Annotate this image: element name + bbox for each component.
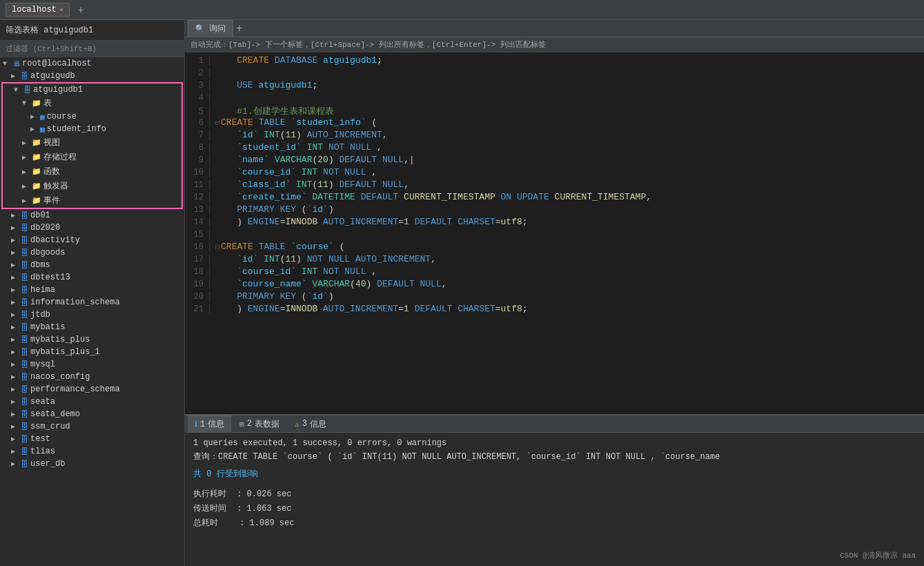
heima-icon: 🗄 bbox=[21, 286, 28, 295]
sidebar-item-information-schema[interactable]: ▶ 🗄 information_schema bbox=[0, 296, 184, 309]
code-editor[interactable]: 1 CREATE DATABASE atguigudb1; 2 3 USE at… bbox=[185, 52, 924, 414]
code-line-17: 17 `id` INT(11) NOT NULL AUTO_INCREMENT, bbox=[185, 254, 924, 266]
sidebar-item-mybatis-plus-1[interactable]: ▶ 🗄 mybatis_plus_1 bbox=[0, 346, 184, 358]
timing-exec-value: : 0.026 sec bbox=[237, 489, 291, 499]
db01-label: db01 bbox=[30, 211, 50, 220]
timing-transfer-value: : 1.063 sec bbox=[237, 504, 291, 514]
bottom-tab-3-badge: 3 bbox=[302, 419, 307, 429]
fold-btn-6[interactable]: ⊟ bbox=[215, 119, 219, 127]
information-schema-label: information_schema bbox=[30, 297, 120, 307]
main-tab[interactable]: localhost ✕ bbox=[6, 3, 70, 17]
sidebar-root[interactable]: ▼ 🖥 root@localhost bbox=[0, 57, 184, 70]
sidebar-filter-placeholder: 过滤器 (Ctrl+Shift+B) bbox=[0, 41, 184, 57]
tab-label: localhost bbox=[12, 5, 57, 14]
sidebar-item-atguigudb[interactable]: ▶ 🗄 atguigudb bbox=[0, 70, 184, 82]
query-tab-main[interactable]: 🔍 询问 bbox=[188, 20, 233, 37]
sidebar-item-dbtest13[interactable]: ▶ 🗄 dbtest13 bbox=[0, 271, 184, 284]
sidebar-item-procedures[interactable]: ▶ 📁 存储过程 bbox=[3, 150, 181, 164]
new-query-tab-button[interactable]: + bbox=[233, 21, 245, 36]
query-tab-label: 询问 bbox=[209, 23, 226, 35]
sidebar-filter-label: 筛选表格 atguigudb1 bbox=[0, 20, 184, 41]
timing-transfer-label: 传送时间 bbox=[193, 504, 226, 514]
information-schema-arrow-icon: ▶ bbox=[11, 298, 19, 306]
tables-folder-arrow-icon: ▼ bbox=[22, 99, 30, 107]
sidebar-item-events[interactable]: ▶ 📁 事件 bbox=[3, 193, 181, 208]
sidebar-item-performance-schema[interactable]: ▶ 🗄 performance_schema bbox=[0, 383, 184, 396]
code-line-11: 11 `class_id` INT(11) DEFAULT NULL, bbox=[185, 179, 924, 192]
sidebar-item-seata[interactable]: ▶ 🗄 seata bbox=[0, 396, 184, 408]
bottom-tab-info2[interactable]: ⚠ 3 信息 bbox=[288, 416, 333, 432]
sidebar-item-student-info[interactable]: ▶ ▦ student_info bbox=[3, 123, 181, 135]
line-num-12: 12 bbox=[185, 193, 210, 202]
watermark: CSDN @清风微凉 aaa bbox=[840, 550, 916, 560]
sidebar-item-views[interactable]: ▶ 📁 视图 bbox=[3, 135, 181, 150]
sidebar-item-heima[interactable]: ▶ 🗄 heima bbox=[0, 284, 184, 296]
dbgoods-arrow-icon: ▶ bbox=[11, 248, 19, 257]
triggers-arrow-icon: ▶ bbox=[22, 182, 30, 191]
sidebar-item-dbactivity[interactable]: ▶ 🗄 dbactivity bbox=[0, 234, 184, 246]
line-num-10: 10 bbox=[185, 168, 210, 177]
views-label: 视图 bbox=[43, 137, 60, 148]
sidebar-item-functions[interactable]: ▶ 📁 函数 bbox=[3, 164, 181, 179]
tables-folder-icon: 📁 bbox=[32, 99, 41, 108]
result-line-1: 1 queries executed, 1 success, 0 errors,… bbox=[193, 438, 916, 448]
sidebar-item-jtdb[interactable]: ▶ 🗄 jtdb bbox=[0, 309, 184, 321]
line-num-21: 21 bbox=[185, 304, 210, 314]
ssm-crud-label: ssm_crud bbox=[30, 422, 70, 431]
course-label: course bbox=[47, 112, 77, 121]
sidebar-item-seata-demo[interactable]: ▶ 🗄 seata_demo bbox=[0, 408, 184, 420]
tab-close-icon[interactable]: ✕ bbox=[59, 6, 63, 14]
code-content-12: `create_time` DATETIME DEFAULT CURRENT_T… bbox=[215, 192, 651, 202]
tab-badge-info-icon: ℹ bbox=[195, 420, 197, 429]
mybatis-plus-1-arrow-icon: ▶ bbox=[11, 348, 19, 356]
student-info-table-icon: ▦ bbox=[40, 125, 45, 134]
sidebar-item-nacos-config[interactable]: ▶ 🗄 nacos_config bbox=[0, 371, 184, 383]
fold-btn-16[interactable]: ⊟ bbox=[215, 244, 219, 251]
events-folder-icon: 📁 bbox=[32, 196, 41, 205]
test-icon: 🗄 bbox=[21, 435, 28, 444]
code-line-5: 5 #1.创建学生表和课程表 bbox=[185, 105, 924, 117]
query-content: CREATE TABLE `course` ( `id` INT(11) NOT… bbox=[218, 452, 720, 462]
code-line-10: 10 `course_id` INT NOT NULL , bbox=[185, 167, 924, 179]
line-num-16: 16 bbox=[185, 242, 210, 252]
sidebar-item-tlias[interactable]: ▶ 🗄 tlias bbox=[0, 445, 184, 458]
bottom-tab-info[interactable]: ℹ 1 信息 bbox=[188, 416, 231, 432]
sidebar-item-mybatis-plus[interactable]: ▶ 🗄 mybatis_plus bbox=[0, 333, 184, 346]
sidebar-item-triggers[interactable]: ▶ 📁 触发器 bbox=[3, 179, 181, 193]
tlias-icon: 🗄 bbox=[21, 447, 28, 456]
db2020-label: db2020 bbox=[30, 223, 60, 233]
nacos-config-label: nacos_config bbox=[30, 372, 90, 382]
dbms-arrow-icon: ▶ bbox=[11, 261, 19, 269]
atguigudb-arrow-icon: ▶ bbox=[11, 72, 19, 80]
sidebar-item-ssm-crud[interactable]: ▶ 🗄 ssm_crud bbox=[0, 420, 184, 433]
test-label: test bbox=[30, 434, 50, 444]
atguigudb1-icon: 🗄 bbox=[23, 86, 31, 95]
code-content-11: `class_id` INT(11) DEFAULT NULL, bbox=[215, 179, 409, 190]
sidebar-item-mysql[interactable]: ▶ 🗄 mysql bbox=[0, 358, 184, 371]
sidebar-item-tables-folder[interactable]: ▼ 📁 表 bbox=[3, 96, 181, 110]
bottom-panel: ℹ 1 信息 ⊞ 2 表数据 ⚠ 3 信息 1 queries executed… bbox=[185, 414, 924, 566]
seata-arrow-icon: ▶ bbox=[11, 398, 19, 406]
sidebar-item-user-db[interactable]: ▶ 🗄 user_db bbox=[0, 458, 184, 470]
atguigudb-icon: 🗄 bbox=[21, 72, 28, 81]
new-tab-button[interactable]: + bbox=[75, 3, 86, 17]
sidebar-item-dbgoods[interactable]: ▶ 🗄 dbgoods bbox=[0, 246, 184, 259]
code-content-21: ) ENGINE=INNODB AUTO_INCREMENT=1 DEFAULT… bbox=[215, 304, 528, 314]
sidebar-item-dbms[interactable]: ▶ 🗄 dbms bbox=[0, 259, 184, 271]
line-num-19: 19 bbox=[185, 280, 210, 289]
line-num-6: 6 bbox=[185, 118, 210, 128]
sidebar-item-course[interactable]: ▶ ▦ course bbox=[3, 110, 181, 123]
sidebar-item-db01[interactable]: ▶ 🗄 db01 bbox=[0, 209, 184, 222]
triggers-folder-icon: 📁 bbox=[32, 182, 41, 191]
code-content-17: `id` INT(11) NOT NULL AUTO_INCREMENT, bbox=[215, 254, 436, 264]
performance-schema-icon: 🗄 bbox=[21, 385, 28, 394]
sidebar-item-test[interactable]: ▶ 🗄 test bbox=[0, 433, 184, 445]
code-line-13: 13 PRIMARY KEY (`id`) bbox=[185, 204, 924, 217]
query-prefix: 查询： bbox=[193, 452, 218, 462]
sidebar-item-atguigudb1[interactable]: ▼ 🗄 atguigudb1 bbox=[3, 84, 181, 96]
sidebar-item-mybatis[interactable]: ▶ 🗄 mybatis bbox=[0, 321, 184, 333]
sidebar-item-db2020[interactable]: ▶ 🗄 db2020 bbox=[0, 222, 184, 234]
timing-exec-label: 执行耗时 bbox=[193, 489, 226, 499]
bottom-tab-tabledata[interactable]: ⊞ 2 表数据 bbox=[233, 416, 286, 432]
ssm-crud-icon: 🗄 bbox=[21, 422, 28, 431]
